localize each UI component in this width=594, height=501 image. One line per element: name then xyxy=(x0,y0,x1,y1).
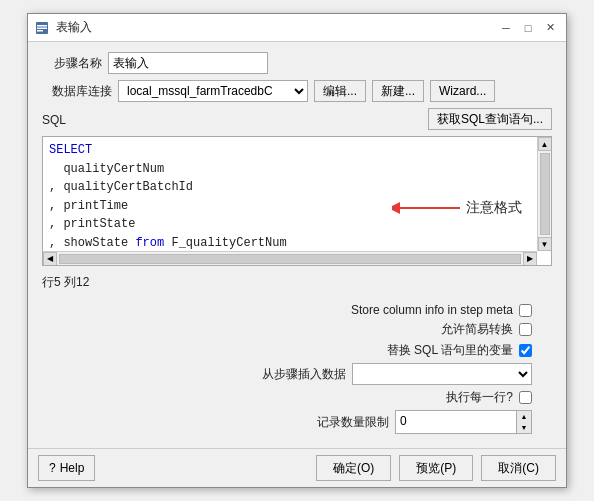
from-step-select[interactable] xyxy=(352,363,532,385)
record-limit-down-btn[interactable]: ▼ xyxy=(517,422,531,433)
exec-each-row: 执行每一行? xyxy=(42,389,552,406)
horizontal-scrollbar[interactable]: ◀ ▶ xyxy=(43,251,537,265)
preview-button[interactable]: 预览(P) xyxy=(399,455,473,481)
help-button[interactable]: ? Help xyxy=(38,455,95,481)
window-icon xyxy=(34,20,50,36)
edit-button[interactable]: 编辑... xyxy=(314,80,366,102)
record-limit-spinners: ▲ ▼ xyxy=(516,411,531,433)
question-icon: ? xyxy=(49,461,56,475)
allow-simple-convert-row: 允许简易转换 xyxy=(42,321,552,338)
record-limit-input[interactable] xyxy=(396,411,516,431)
content-area: 步骤名称 数据库连接 local_mssql_farmTracedbC 编辑..… xyxy=(28,42,566,448)
minimize-button[interactable]: ─ xyxy=(496,19,516,37)
close-button[interactable]: ✕ xyxy=(540,19,560,37)
sql-label: SQL xyxy=(42,113,66,127)
wizard-button[interactable]: Wizard... xyxy=(430,80,495,102)
title-bar: 表输入 ─ □ ✕ xyxy=(28,14,566,42)
scroll-down-arrow[interactable]: ▼ xyxy=(538,237,552,251)
bottom-bar: ? Help 确定(O) 预览(P) 取消(C) xyxy=(28,448,566,487)
db-label: 数据库连接 xyxy=(42,83,112,100)
from-step-label: 从步骤插入数据 xyxy=(262,366,346,383)
record-limit-row: 记录数量限制 ▲ ▼ xyxy=(42,410,552,434)
allow-simple-convert-checkbox[interactable] xyxy=(519,323,532,336)
scroll-left-arrow[interactable]: ◀ xyxy=(43,252,57,266)
window-title: 表输入 xyxy=(56,19,496,36)
get-sql-button[interactable]: 获取SQL查询语句... xyxy=(428,108,552,130)
store-col-info-checkbox[interactable] xyxy=(519,304,532,317)
help-label: Help xyxy=(60,461,85,475)
step-name-input[interactable] xyxy=(108,52,268,74)
scroll-thumb-h[interactable] xyxy=(59,254,521,264)
record-limit-input-group: ▲ ▼ xyxy=(395,410,532,434)
scroll-up-arrow[interactable]: ▲ xyxy=(538,137,552,151)
sql-label-row: SQL 获取SQL查询语句... xyxy=(42,108,552,130)
record-limit-label: 记录数量限制 xyxy=(317,414,389,431)
new-button[interactable]: 新建... xyxy=(372,80,424,102)
status-row: 行5 列12 xyxy=(42,272,552,293)
svg-rect-3 xyxy=(37,30,43,32)
sql-editor-container: SELECT qualityCertNum , qualityCertBatch… xyxy=(42,136,552,266)
sql-area-wrapper: SELECT qualityCertNum , qualityCertBatch… xyxy=(42,136,552,266)
store-col-info-label: Store column info in step meta xyxy=(351,303,513,317)
svg-rect-1 xyxy=(37,25,47,27)
replace-sql-var-row: 替换 SQL 语句里的变量 xyxy=(42,342,552,359)
step-name-label: 步骤名称 xyxy=(42,55,102,72)
step-name-row: 步骤名称 xyxy=(42,52,552,74)
options-section: Store column info in step meta 允许简易转换 替换… xyxy=(42,299,552,438)
sql-code-display: SELECT qualityCertNum , qualityCertBatch… xyxy=(43,137,537,251)
svg-rect-2 xyxy=(37,27,47,29)
scroll-thumb-v[interactable] xyxy=(540,153,550,235)
from-step-row: 从步骤插入数据 xyxy=(42,363,552,385)
main-window: 表输入 ─ □ ✕ 步骤名称 数据库连接 local_mssql_farmTra… xyxy=(27,13,567,488)
replace-sql-var-label: 替换 SQL 语句里的变量 xyxy=(387,342,513,359)
window-controls: ─ □ ✕ xyxy=(496,19,560,37)
exec-each-label: 执行每一行? xyxy=(446,389,513,406)
db-connection-row: 数据库连接 local_mssql_farmTracedbC 编辑... 新建.… xyxy=(42,80,552,102)
allow-simple-convert-label: 允许简易转换 xyxy=(441,321,513,338)
cancel-button[interactable]: 取消(C) xyxy=(481,455,556,481)
maximize-button[interactable]: □ xyxy=(518,19,538,37)
db-connection-select[interactable]: local_mssql_farmTracedbC xyxy=(118,80,308,102)
replace-sql-var-checkbox[interactable] xyxy=(519,344,532,357)
scroll-right-arrow[interactable]: ▶ xyxy=(523,252,537,266)
record-limit-up-btn[interactable]: ▲ xyxy=(517,411,531,422)
store-col-info-row: Store column info in step meta xyxy=(42,303,552,317)
confirm-button[interactable]: 确定(O) xyxy=(316,455,391,481)
exec-each-checkbox[interactable] xyxy=(519,391,532,404)
vertical-scrollbar[interactable]: ▲ ▼ xyxy=(537,137,551,251)
